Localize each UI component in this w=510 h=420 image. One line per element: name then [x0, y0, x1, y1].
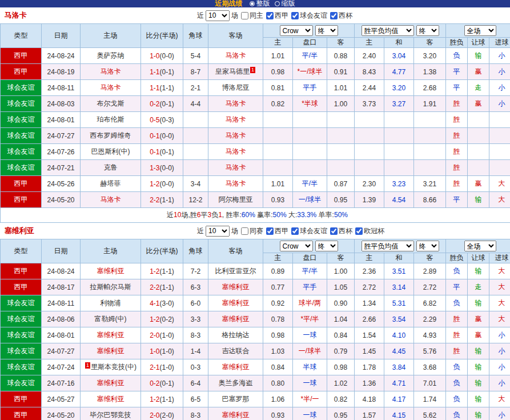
- team-link[interactable]: 拉斯帕尔马斯: [90, 283, 131, 291]
- team-link[interactable]: 塞维利亚: [222, 411, 250, 419]
- team-link[interactable]: 塞维利亚: [97, 395, 125, 403]
- asian-company-select[interactable]: Crow: [280, 25, 313, 36]
- match-type-cell: 球会友谊: [1, 96, 42, 112]
- filter-checkbox[interactable]: [266, 227, 274, 235]
- team-link[interactable]: 阿尔梅里亚: [219, 195, 253, 203]
- filter-西杯[interactable]: 西杯: [330, 226, 352, 236]
- team-link[interactable]: 马洛卡: [226, 163, 246, 171]
- date-cell: 24-05-20: [42, 407, 81, 420]
- date-cell: 24-08-11: [42, 295, 81, 311]
- team-link[interactable]: 克鲁: [104, 163, 118, 171]
- team-link[interactable]: 马洛卡: [226, 51, 246, 59]
- filter-checkbox[interactable]: [355, 227, 363, 235]
- team-name[interactable]: 马洛卡: [5, 10, 27, 21]
- team-link[interactable]: 皇家马德里: [215, 67, 250, 75]
- team-link[interactable]: 布尔戈斯: [97, 99, 125, 107]
- team-link[interactable]: 西布罗姆维奇: [90, 131, 131, 139]
- team-link[interactable]: 塞维利亚: [222, 299, 250, 307]
- filter-checkbox[interactable]: [291, 227, 299, 235]
- euro-avg-select[interactable]: 胜平负均值: [362, 241, 414, 251]
- team-link[interactable]: 塞维利亚: [97, 331, 125, 339]
- team-name[interactable]: 塞维利亚: [5, 226, 34, 236]
- team-link[interactable]: 博洛尼亚: [222, 83, 250, 91]
- filter-checkbox[interactable]: [241, 227, 248, 235]
- fulltime-score: 4-1: [150, 299, 159, 307]
- team-link[interactable]: 塞维利亚: [222, 283, 250, 291]
- asian-handicap-line: 平手: [293, 279, 327, 295]
- version-option[interactable]: 整版: [250, 0, 270, 7]
- filter-checkbox[interactable]: [241, 12, 248, 19]
- rank-badge: 1: [85, 362, 90, 369]
- result-outcome: 负: [446, 375, 468, 391]
- filter-同主[interactable]: 同主: [241, 11, 263, 21]
- team-link[interactable]: 比利亚雷亚尔: [215, 267, 256, 275]
- near-count-select[interactable]: 10: [206, 226, 230, 237]
- team-link[interactable]: 奥萨苏纳: [97, 51, 125, 59]
- team-link[interactable]: 毕尔巴鄂竞技: [90, 411, 131, 419]
- euro-draw-odds: 4.77: [384, 64, 414, 80]
- euro-draw-odds: [384, 112, 414, 128]
- version-option[interactable]: 缩版: [275, 0, 295, 7]
- filter-checkbox[interactable]: [266, 12, 274, 19]
- asian-final-select[interactable]: 终: [315, 241, 338, 251]
- team-link[interactable]: 巴塞罗那: [222, 395, 250, 403]
- result-outcome: 胜: [446, 96, 468, 112]
- home-team-cell: 珀布伦斯: [81, 112, 141, 128]
- team-link[interactable]: 马洛卡: [226, 131, 246, 139]
- filter-checkbox[interactable]: [291, 12, 299, 19]
- team-link[interactable]: 马洛卡: [226, 99, 246, 107]
- team-link[interactable]: 马洛卡: [226, 179, 246, 187]
- team-link[interactable]: 塞维利亚: [97, 379, 125, 387]
- team-link[interactable]: 里斯本竞技(中): [91, 363, 136, 371]
- fulltime-score: 2-2: [150, 283, 159, 291]
- team-link[interactable]: 马洛卡: [101, 83, 121, 91]
- euro-final-select[interactable]: 终: [416, 241, 439, 251]
- team-link[interactable]: 富勒姆(中): [95, 315, 127, 323]
- date-cell: 24-07-26: [42, 144, 81, 160]
- team-link[interactable]: 马洛卡: [101, 195, 121, 203]
- type-header: 类型: [1, 239, 42, 263]
- team-link[interactable]: 马洛卡: [226, 147, 246, 155]
- fulltime-score: 0-5: [150, 116, 159, 124]
- team-link[interactable]: 马洛卡: [226, 115, 246, 123]
- team-link[interactable]: 塞维利亚: [97, 267, 125, 275]
- filter-球会友谊[interactable]: 球会友谊: [291, 11, 327, 21]
- euro-avg-select[interactable]: 胜平负均值: [362, 25, 414, 36]
- filter-西甲[interactable]: 西甲: [266, 226, 288, 236]
- corner-cell: 8-7: [183, 64, 208, 80]
- asian-final-select[interactable]: 终: [315, 25, 338, 36]
- away-team-cell: 阿尔梅里亚: [208, 192, 263, 208]
- near-count-select[interactable]: 10: [206, 10, 230, 21]
- team-link[interactable]: 利物浦: [101, 299, 121, 307]
- team-link[interactable]: 赫塔菲: [101, 179, 121, 187]
- home-team-cell: 马洛卡: [81, 192, 141, 208]
- filter-欧冠杯[interactable]: 欧冠杯: [355, 226, 384, 236]
- match-row: 球会友谊24-08-01珀布伦斯0-5(0-3)马洛卡胜: [1, 112, 510, 128]
- result-handicap: 输: [468, 359, 489, 375]
- team-link[interactable]: 马洛卡: [101, 67, 121, 75]
- filter-checkbox[interactable]: [330, 227, 338, 235]
- team-link[interactable]: 格拉纳达: [222, 331, 250, 339]
- result-outcome: 平: [446, 279, 468, 295]
- team-link[interactable]: 吉达联合: [222, 347, 250, 355]
- summary-text: 33.3%: [297, 211, 316, 219]
- team-link[interactable]: 塞维利亚: [222, 315, 250, 323]
- home-team-cell: 塞维利亚: [81, 343, 141, 359]
- team-link[interactable]: 巴恩斯利(中): [91, 147, 130, 155]
- filter-西杯[interactable]: 西杯: [330, 11, 352, 21]
- result-outcome: 平: [446, 80, 468, 96]
- result-handicap: [468, 160, 489, 176]
- filter-球会友谊[interactable]: 球会友谊: [291, 226, 327, 236]
- filter-同赛[interactable]: 同赛: [241, 226, 263, 236]
- team-link[interactable]: 奥兰多海盗: [219, 379, 253, 387]
- asian-company-select[interactable]: Crow: [280, 241, 313, 251]
- euro-final-select[interactable]: 终: [416, 25, 439, 36]
- table-header-row: 类型日期主场比分(半场)角球客场Crow终胜平负均值终全场: [1, 24, 510, 38]
- scope-select[interactable]: 全场: [464, 241, 496, 251]
- team-link[interactable]: 珀布伦斯: [97, 115, 125, 123]
- team-link[interactable]: 塞维利亚: [97, 347, 125, 355]
- team-link[interactable]: 塞维利亚: [222, 363, 250, 371]
- scope-select[interactable]: 全场: [464, 25, 496, 36]
- filter-checkbox[interactable]: [330, 12, 338, 19]
- filter-西甲[interactable]: 西甲: [266, 11, 288, 21]
